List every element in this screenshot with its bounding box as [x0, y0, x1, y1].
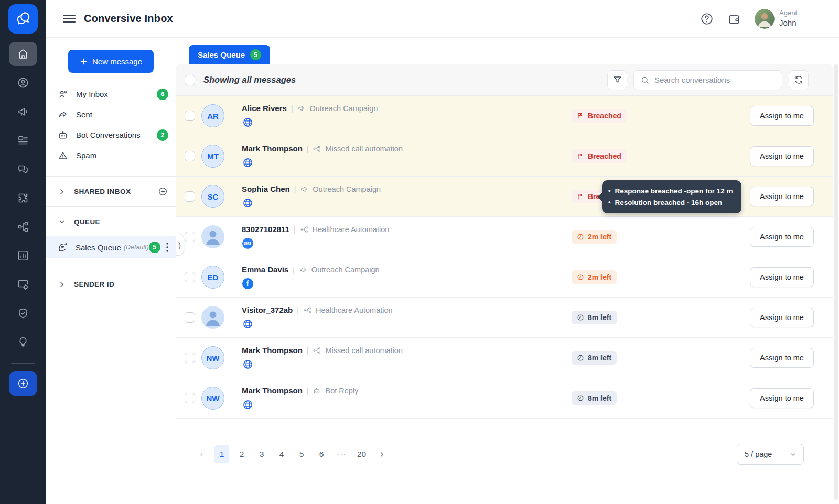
filter-button[interactable]	[607, 70, 627, 90]
row-divider	[233, 345, 233, 371]
pagination-page[interactable]: 6	[314, 445, 329, 463]
tab-sales-queue[interactable]: Sales Queue 5	[189, 45, 270, 64]
assign-to-me-button[interactable]: Assign to me	[750, 388, 814, 408]
filter-icon	[612, 75, 622, 85]
rail-templates-button[interactable]	[9, 128, 37, 152]
assign-to-me-button[interactable]: Assign to me	[750, 187, 814, 206]
rail-conversations-button[interactable]	[9, 157, 37, 181]
search-input[interactable]	[654, 75, 782, 84]
contact-name: Mark Thompson	[242, 386, 303, 395]
rail-insights-button[interactable]	[9, 330, 37, 354]
row-checkbox[interactable]	[185, 312, 195, 323]
row-checkbox[interactable]	[185, 191, 195, 202]
assign-to-me-button[interactable]: Assign to me	[750, 227, 814, 247]
tab-label: Sales Queue	[198, 50, 245, 59]
page-title: Conversive Inbox	[84, 13, 173, 25]
rail-compliance-button[interactable]	[9, 301, 37, 325]
new-message-button[interactable]: New message	[68, 50, 154, 73]
assign-to-me-button[interactable]: Assign to me	[750, 106, 814, 126]
sla-breach-tooltip: •Response breached -open for 12 m•Resolu…	[602, 180, 741, 213]
pagination-next-icon[interactable]	[375, 445, 390, 463]
campaign-name: Bot Reply	[325, 387, 358, 395]
sidebar-section-sender-id[interactable]: SENDER ID	[46, 269, 176, 299]
sla-status-badge: 8m left	[572, 311, 617, 324]
wallet-icon[interactable]	[727, 12, 741, 26]
sidebar-item-bot-conversations[interactable]: Bot Conversations 2	[46, 125, 176, 145]
sidebar-item-sales-queue[interactable]: Sales Queue (Default) 5	[46, 236, 176, 258]
rail-home-button[interactable]	[9, 42, 37, 66]
assign-to-me-button[interactable]: Assign to me	[750, 146, 814, 166]
pagination-page[interactable]: 2	[234, 445, 249, 463]
row-checkbox[interactable]	[185, 151, 195, 161]
channel-icon	[242, 358, 253, 370]
rail-campaigns-button[interactable]	[9, 100, 37, 124]
user-avatar	[755, 9, 775, 29]
row-checkbox[interactable]	[185, 111, 195, 121]
tooltip-arrow	[598, 193, 602, 201]
vertical-scrollbar[interactable]	[834, 64, 838, 500]
pagination-page[interactable]: 5	[294, 445, 309, 463]
conversation-row[interactable]: MT Mark Thompson | Missed call automatio…	[176, 136, 833, 177]
contact-avatar: AR	[201, 104, 224, 127]
pager: 123456···20	[194, 445, 390, 463]
rail-analytics-button[interactable]	[9, 244, 37, 268]
page-size-select[interactable]: 5 / page	[737, 444, 804, 465]
pagination-page[interactable]: 3	[254, 445, 269, 463]
sidebar-collapse-handle[interactable]: )	[176, 234, 184, 256]
sidebar-item-spam[interactable]: Spam	[46, 145, 176, 166]
campaign-name: Outreach Campaign	[311, 266, 380, 274]
conversation-row[interactable]: SC Sophia Chen | Outreach Campaign Breac…	[176, 177, 833, 217]
row-divider	[233, 385, 233, 411]
channel-icon	[242, 157, 253, 168]
conversation-row[interactable]: NW Mark Thompson | Bot Reply 8m left Ass…	[176, 378, 833, 419]
chevron-down-icon	[58, 217, 66, 226]
user-name-label: John	[779, 18, 797, 28]
row-checkbox[interactable]	[185, 353, 195, 363]
app-logo-icon	[8, 4, 38, 34]
contact-avatar: NW	[201, 387, 224, 410]
hamburger-menu-icon[interactable]	[63, 13, 76, 25]
pagination-page[interactable]: 4	[274, 445, 289, 463]
sidebar-section-shared-inbox[interactable]: SHARED INBOX	[46, 177, 176, 206]
sidebar-item-sent[interactable]: Sent	[46, 104, 176, 125]
conversation-row[interactable]: Visitor_372ab | Healthcare Automation 8m…	[176, 298, 833, 338]
sidebar-item-my-inbox[interactable]: My Inbox 6	[46, 84, 176, 104]
campaign-name: Missed call automation	[325, 346, 403, 355]
sidebar-section-queue[interactable]: QUEUE	[46, 207, 176, 236]
separator: |	[291, 104, 293, 113]
assign-to-me-button[interactable]: Assign to me	[750, 267, 814, 287]
add-shared-inbox-icon[interactable]	[158, 187, 168, 196]
row-divider	[233, 264, 233, 290]
main-content: Sales Queue 5 Showing all messages AR Al…	[176, 38, 839, 504]
queue-options-icon[interactable]	[165, 242, 170, 253]
row-checkbox[interactable]	[185, 232, 195, 242]
rail-integrations-button[interactable]	[9, 186, 37, 210]
campaign-icon	[313, 145, 321, 153]
conversation-row[interactable]: 83027102811 | Healthcare Automation SMS …	[176, 217, 833, 257]
sla-status-badge: Breached	[572, 149, 627, 163]
row-checkbox[interactable]	[185, 393, 195, 403]
refresh-button[interactable]	[789, 70, 809, 90]
assign-to-me-button[interactable]: Assign to me	[750, 348, 814, 368]
rail-channel-settings-button[interactable]	[9, 272, 37, 297]
pagination-prev-icon[interactable]	[194, 445, 209, 463]
unread-badge: 2	[157, 129, 168, 141]
rail-contacts-button[interactable]	[9, 71, 37, 95]
queue-name: Sales Queue	[76, 243, 121, 252]
help-icon[interactable]	[700, 12, 714, 26]
conversation-row[interactable]: NW Mark Thompson | Missed call automatio…	[176, 338, 833, 378]
search-icon	[640, 75, 650, 85]
sidebar-nav: My Inbox 6 Sent Bot Conversations 2 Spam	[46, 84, 176, 166]
rail-add-button[interactable]	[9, 371, 37, 396]
conversation-row[interactable]: AR Alice Rivers | Outreach Campaign Brea…	[176, 96, 833, 136]
pagination-page[interactable]: 20	[354, 445, 369, 463]
rail-workflows-button[interactable]	[9, 215, 37, 239]
conversation-row[interactable]: ED Emma Davis | Outreach Campaign f 2m l…	[176, 257, 833, 298]
page-size-label: 5 / page	[745, 450, 772, 458]
select-all-checkbox[interactable]	[185, 75, 195, 85]
row-checkbox[interactable]	[185, 272, 195, 282]
user-menu[interactable]: Agent John	[755, 9, 797, 29]
pagination-page[interactable]: 1	[214, 445, 229, 463]
chevron-right-icon	[58, 188, 66, 196]
assign-to-me-button[interactable]: Assign to me	[750, 308, 814, 327]
